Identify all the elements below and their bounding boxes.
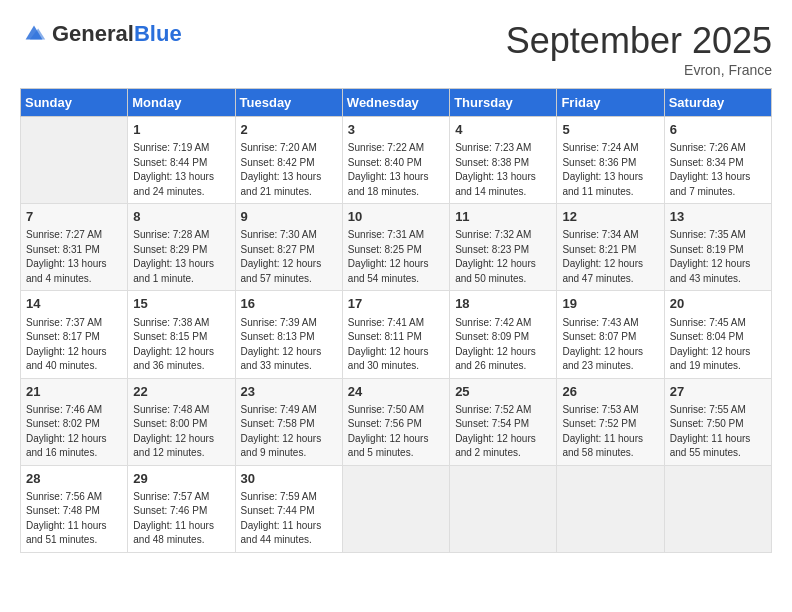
day-number: 25	[455, 383, 551, 401]
calendar-cell: 6Sunrise: 7:26 AM Sunset: 8:34 PM Daylig…	[664, 117, 771, 204]
calendar-cell: 23Sunrise: 7:49 AM Sunset: 7:58 PM Dayli…	[235, 378, 342, 465]
day-number: 27	[670, 383, 766, 401]
day-number: 30	[241, 470, 337, 488]
calendar-cell: 1Sunrise: 7:19 AM Sunset: 8:44 PM Daylig…	[128, 117, 235, 204]
weekday-header: Saturday	[664, 89, 771, 117]
day-number: 23	[241, 383, 337, 401]
calendar-cell: 28Sunrise: 7:56 AM Sunset: 7:48 PM Dayli…	[21, 465, 128, 552]
day-number: 1	[133, 121, 229, 139]
weekday-header: Tuesday	[235, 89, 342, 117]
day-number: 29	[133, 470, 229, 488]
day-info: Sunrise: 7:31 AM Sunset: 8:25 PM Dayligh…	[348, 228, 444, 286]
calendar-table: SundayMondayTuesdayWednesdayThursdayFrid…	[20, 88, 772, 553]
day-number: 3	[348, 121, 444, 139]
title-block: September 2025 Evron, France	[506, 20, 772, 78]
weekday-header: Monday	[128, 89, 235, 117]
day-info: Sunrise: 7:19 AM Sunset: 8:44 PM Dayligh…	[133, 141, 229, 199]
page-header: GeneralBlue September 2025 Evron, France	[20, 20, 772, 78]
day-number: 10	[348, 208, 444, 226]
calendar-cell: 29Sunrise: 7:57 AM Sunset: 7:46 PM Dayli…	[128, 465, 235, 552]
day-info: Sunrise: 7:53 AM Sunset: 7:52 PM Dayligh…	[562, 403, 658, 461]
day-number: 22	[133, 383, 229, 401]
day-info: Sunrise: 7:50 AM Sunset: 7:56 PM Dayligh…	[348, 403, 444, 461]
day-number: 18	[455, 295, 551, 313]
calendar-cell	[557, 465, 664, 552]
day-number: 21	[26, 383, 122, 401]
day-number: 11	[455, 208, 551, 226]
calendar-cell: 4Sunrise: 7:23 AM Sunset: 8:38 PM Daylig…	[450, 117, 557, 204]
day-number: 7	[26, 208, 122, 226]
day-number: 17	[348, 295, 444, 313]
weekday-header: Sunday	[21, 89, 128, 117]
month-title: September 2025	[506, 20, 772, 62]
day-number: 19	[562, 295, 658, 313]
day-number: 26	[562, 383, 658, 401]
calendar-cell	[342, 465, 449, 552]
day-info: Sunrise: 7:49 AM Sunset: 7:58 PM Dayligh…	[241, 403, 337, 461]
day-info: Sunrise: 7:27 AM Sunset: 8:31 PM Dayligh…	[26, 228, 122, 286]
day-info: Sunrise: 7:56 AM Sunset: 7:48 PM Dayligh…	[26, 490, 122, 548]
day-info: Sunrise: 7:45 AM Sunset: 8:04 PM Dayligh…	[670, 316, 766, 374]
day-info: Sunrise: 7:23 AM Sunset: 8:38 PM Dayligh…	[455, 141, 551, 199]
day-info: Sunrise: 7:26 AM Sunset: 8:34 PM Dayligh…	[670, 141, 766, 199]
day-info: Sunrise: 7:55 AM Sunset: 7:50 PM Dayligh…	[670, 403, 766, 461]
calendar-cell: 5Sunrise: 7:24 AM Sunset: 8:36 PM Daylig…	[557, 117, 664, 204]
calendar-cell: 3Sunrise: 7:22 AM Sunset: 8:40 PM Daylig…	[342, 117, 449, 204]
day-info: Sunrise: 7:52 AM Sunset: 7:54 PM Dayligh…	[455, 403, 551, 461]
day-number: 6	[670, 121, 766, 139]
day-info: Sunrise: 7:38 AM Sunset: 8:15 PM Dayligh…	[133, 316, 229, 374]
logo-general-text: General	[52, 21, 134, 46]
calendar-cell: 26Sunrise: 7:53 AM Sunset: 7:52 PM Dayli…	[557, 378, 664, 465]
calendar-cell: 25Sunrise: 7:52 AM Sunset: 7:54 PM Dayli…	[450, 378, 557, 465]
calendar-cell: 24Sunrise: 7:50 AM Sunset: 7:56 PM Dayli…	[342, 378, 449, 465]
day-number: 24	[348, 383, 444, 401]
day-number: 20	[670, 295, 766, 313]
day-number: 16	[241, 295, 337, 313]
calendar-cell: 20Sunrise: 7:45 AM Sunset: 8:04 PM Dayli…	[664, 291, 771, 378]
calendar-cell: 7Sunrise: 7:27 AM Sunset: 8:31 PM Daylig…	[21, 204, 128, 291]
day-info: Sunrise: 7:34 AM Sunset: 8:21 PM Dayligh…	[562, 228, 658, 286]
calendar-cell: 8Sunrise: 7:28 AM Sunset: 8:29 PM Daylig…	[128, 204, 235, 291]
calendar-cell: 10Sunrise: 7:31 AM Sunset: 8:25 PM Dayli…	[342, 204, 449, 291]
logo-blue-text: Blue	[134, 21, 182, 46]
calendar-cell	[21, 117, 128, 204]
day-info: Sunrise: 7:59 AM Sunset: 7:44 PM Dayligh…	[241, 490, 337, 548]
calendar-cell: 9Sunrise: 7:30 AM Sunset: 8:27 PM Daylig…	[235, 204, 342, 291]
day-info: Sunrise: 7:57 AM Sunset: 7:46 PM Dayligh…	[133, 490, 229, 548]
day-info: Sunrise: 7:28 AM Sunset: 8:29 PM Dayligh…	[133, 228, 229, 286]
day-info: Sunrise: 7:43 AM Sunset: 8:07 PM Dayligh…	[562, 316, 658, 374]
calendar-cell: 17Sunrise: 7:41 AM Sunset: 8:11 PM Dayli…	[342, 291, 449, 378]
day-number: 5	[562, 121, 658, 139]
calendar-header: SundayMondayTuesdayWednesdayThursdayFrid…	[21, 89, 772, 117]
day-info: Sunrise: 7:46 AM Sunset: 8:02 PM Dayligh…	[26, 403, 122, 461]
calendar-cell: 14Sunrise: 7:37 AM Sunset: 8:17 PM Dayli…	[21, 291, 128, 378]
day-number: 8	[133, 208, 229, 226]
calendar-cell: 18Sunrise: 7:42 AM Sunset: 8:09 PM Dayli…	[450, 291, 557, 378]
calendar-cell: 19Sunrise: 7:43 AM Sunset: 8:07 PM Dayli…	[557, 291, 664, 378]
calendar-cell: 12Sunrise: 7:34 AM Sunset: 8:21 PM Dayli…	[557, 204, 664, 291]
day-info: Sunrise: 7:41 AM Sunset: 8:11 PM Dayligh…	[348, 316, 444, 374]
calendar-cell: 21Sunrise: 7:46 AM Sunset: 8:02 PM Dayli…	[21, 378, 128, 465]
calendar-cell	[450, 465, 557, 552]
calendar-cell	[664, 465, 771, 552]
calendar-cell: 15Sunrise: 7:38 AM Sunset: 8:15 PM Dayli…	[128, 291, 235, 378]
logo: GeneralBlue	[20, 20, 182, 48]
day-info: Sunrise: 7:42 AM Sunset: 8:09 PM Dayligh…	[455, 316, 551, 374]
day-number: 14	[26, 295, 122, 313]
day-number: 2	[241, 121, 337, 139]
location: Evron, France	[506, 62, 772, 78]
day-info: Sunrise: 7:48 AM Sunset: 8:00 PM Dayligh…	[133, 403, 229, 461]
day-info: Sunrise: 7:30 AM Sunset: 8:27 PM Dayligh…	[241, 228, 337, 286]
calendar-cell: 22Sunrise: 7:48 AM Sunset: 8:00 PM Dayli…	[128, 378, 235, 465]
calendar-body: 1Sunrise: 7:19 AM Sunset: 8:44 PM Daylig…	[21, 117, 772, 553]
weekday-header: Wednesday	[342, 89, 449, 117]
day-number: 13	[670, 208, 766, 226]
day-info: Sunrise: 7:24 AM Sunset: 8:36 PM Dayligh…	[562, 141, 658, 199]
day-number: 28	[26, 470, 122, 488]
day-info: Sunrise: 7:22 AM Sunset: 8:40 PM Dayligh…	[348, 141, 444, 199]
day-number: 9	[241, 208, 337, 226]
calendar-cell: 11Sunrise: 7:32 AM Sunset: 8:23 PM Dayli…	[450, 204, 557, 291]
day-info: Sunrise: 7:32 AM Sunset: 8:23 PM Dayligh…	[455, 228, 551, 286]
day-number: 4	[455, 121, 551, 139]
weekday-header: Thursday	[450, 89, 557, 117]
